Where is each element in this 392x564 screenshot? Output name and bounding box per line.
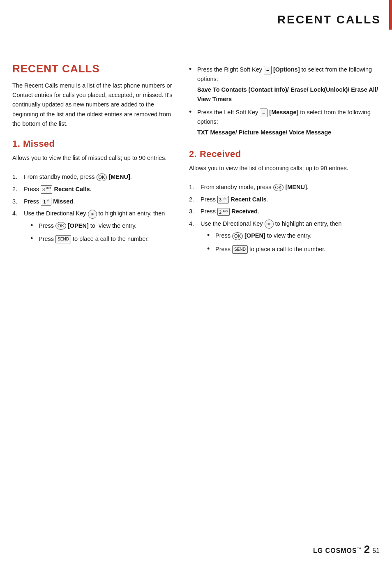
r-bullet-dot-1: • xyxy=(207,231,213,240)
r-ok-key-2: OK xyxy=(232,232,243,240)
r-bullet-content-2: Press SEND to place a call to the number… xyxy=(215,245,378,254)
bullet-send: • Press SEND to place a call to the numb… xyxy=(30,234,173,243)
footer-page: 51 xyxy=(372,547,380,555)
intro-paragraph: The Recent Calls menu is a list of the l… xyxy=(12,81,173,129)
r-ok-key-1: OK xyxy=(273,184,284,192)
r-key-3def: 3 def xyxy=(217,196,229,203)
directional-key-icon: ◉ xyxy=(88,210,97,219)
missed-steps: 1. From standby mode, press OK [MENU]. 2… xyxy=(12,173,173,247)
bullet-dot-r1: • xyxy=(189,65,195,74)
missed-bullets: • Press OK [OPEN] to view the entry. • P… xyxy=(24,221,173,244)
r-send-key: SEND xyxy=(232,245,248,254)
step-num-2: 2. xyxy=(12,185,24,194)
footer-brand: LG COSMOS™ xyxy=(313,547,362,555)
footer-tm: ™ xyxy=(357,547,362,551)
right-column: • Press the Right Soft Key ‒ [Options] t… xyxy=(185,62,378,265)
r-step-4: 4. Use the Directional Key ◉ to highligh… xyxy=(189,220,378,258)
step-num-1: 1. xyxy=(12,173,24,182)
missed-section: 1. Missed Allows you to view the list of… xyxy=(12,139,173,248)
step-content-3: Press 1 # Missed. xyxy=(24,197,173,206)
r-bullet-open: • Press OK [OPEN] to view the entry. xyxy=(207,231,378,240)
footer-divider xyxy=(12,540,380,540)
ok-key-2: OK xyxy=(55,222,66,230)
r-step-1: 1. From standby mode, press OK [MENU]. xyxy=(189,183,378,192)
bullet-dot-1: • xyxy=(30,221,36,230)
r-step-num-4: 4. xyxy=(189,220,201,229)
received-heading: 2. Received xyxy=(189,149,378,159)
left-section-title: RECENT CALLS xyxy=(12,62,173,75)
r-step-num-3: 3. xyxy=(189,207,201,216)
step-4: 4. Use the Directional Key ◉ to highligh… xyxy=(12,209,173,247)
header: RECENT CALLS xyxy=(0,0,392,30)
bullet-content-2: Press SEND to place a call to the number… xyxy=(39,234,173,243)
left-soft-key-bullet: • Press the Left Soft Key ‒ [Message] to… xyxy=(189,108,378,137)
bullet-content-1: Press OK [OPEN] to view the entry. xyxy=(39,221,173,230)
r-step-2: 2. Press 3 def Recent Calls. xyxy=(189,195,378,204)
r-bullet-send: • Press SEND to place a call to the numb… xyxy=(207,245,378,254)
r-directional-key-icon: ◉ xyxy=(265,220,274,229)
received-steps: 1. From standby mode, press OK [MENU]. 2… xyxy=(189,183,378,258)
r-step-content-1: From standby mode, press OK [MENU]. xyxy=(201,183,378,192)
page-header-title: RECENT CALLS xyxy=(277,13,381,26)
step-num-3: 3. xyxy=(12,197,24,206)
bullet-dot-2: • xyxy=(30,234,36,243)
r-bullet-content-1: Press OK [OPEN] to view the entry. xyxy=(215,231,378,240)
footer-number: 2 xyxy=(364,543,370,556)
ok-key-icon: OK xyxy=(97,173,107,181)
r-step-content-3: Press 2 abc Received. xyxy=(201,207,378,216)
r-bullet-dot-2: • xyxy=(207,245,213,254)
bullet-dot-r2: • xyxy=(189,108,195,117)
recent-calls-section: RECENT CALLS The Recent Calls menu is a … xyxy=(12,62,173,129)
received-bullets: • Press OK [OPEN] to view the entry. • P… xyxy=(201,231,378,254)
send-key-1: SEND xyxy=(55,235,71,243)
left-column: RECENT CALLS The Recent Calls menu is a … xyxy=(12,62,185,265)
bullet-content-r2: Press the Left Soft Key ‒ [Message] to s… xyxy=(197,108,378,137)
footer: LG COSMOS™ 2 51 xyxy=(313,543,380,556)
key-1hash: 1 # xyxy=(41,198,51,206)
step-1: 1. From standby mode, press OK [MENU]. xyxy=(12,173,173,182)
step-3: 3. Press 1 # Missed. xyxy=(12,197,173,206)
r-step-content-4: Use the Directional Key ◉ to highlight a… xyxy=(201,220,378,258)
step-content-1: From standby mode, press OK [MENU]. xyxy=(24,173,173,182)
r-step-content-2: Press 3 def Recent Calls. xyxy=(201,195,378,204)
received-section: 2. Received Allows you to view the list … xyxy=(189,149,378,258)
step-num-4: 4. xyxy=(12,209,24,218)
right-soft-key-icon: ‒ xyxy=(264,66,272,74)
step-2: 2. Press 3 def Recent Calls. xyxy=(12,185,173,194)
bullet-open: • Press OK [OPEN] to view the entry. xyxy=(30,221,173,230)
step-content-2: Press 3 def Recent Calls. xyxy=(24,185,173,194)
key-3def: 3 def xyxy=(41,185,52,193)
bullet-content-r1: Press the Right Soft Key ‒ [Options] to … xyxy=(197,65,378,104)
received-intro: Allows you to view the list of incoming … xyxy=(189,164,378,173)
step-content-4: Use the Directional Key ◉ to highlight a… xyxy=(24,209,173,247)
top-option-bullets: • Press the Right Soft Key ‒ [Options] t… xyxy=(189,65,378,137)
missed-heading: 1. Missed xyxy=(12,139,173,149)
r-step-num-1: 1. xyxy=(189,183,201,192)
r-key-2abc: 2 abc xyxy=(217,208,230,216)
right-soft-key-bullet: • Press the Right Soft Key ‒ [Options] t… xyxy=(189,65,378,104)
main-content: RECENT CALLS The Recent Calls menu is a … xyxy=(0,30,392,265)
r-step-3: 3. Press 2 abc Received. xyxy=(189,207,378,216)
left-soft-key-icon: ‒ xyxy=(260,109,267,117)
r-step-num-2: 2. xyxy=(189,195,201,204)
missed-intro: Allows you to view the list of missed ca… xyxy=(12,153,173,163)
